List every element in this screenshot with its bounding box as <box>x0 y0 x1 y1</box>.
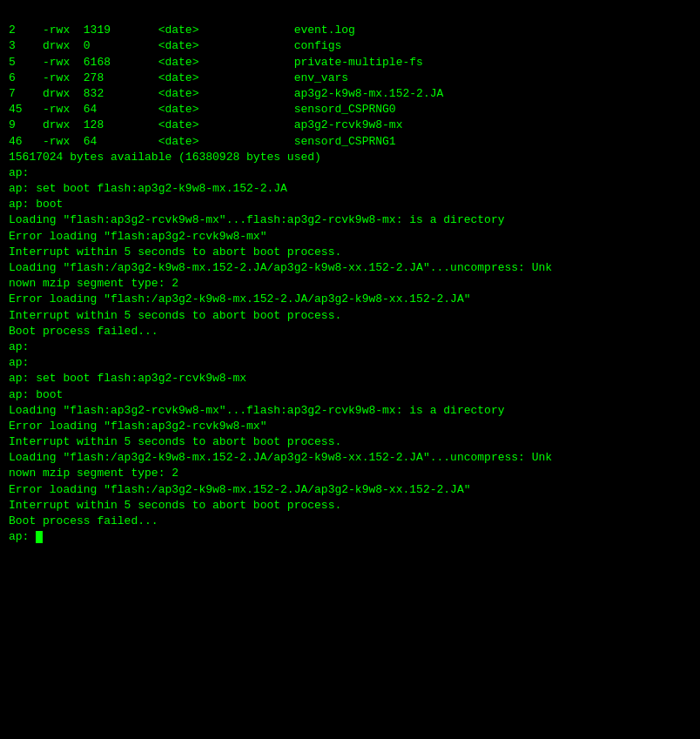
terminal-line: Loading "flash:ap3g2-rcvk9w8-mx"...flash… <box>9 403 691 419</box>
terminal-line: Error loading "flash:/ap3g2-k9w8-mx.152-… <box>9 482 691 498</box>
terminal-line: Error loading "flash:/ap3g2-k9w8-mx.152-… <box>9 292 691 307</box>
terminal-line: Error loading "flash:ap3g2-rcvk9w8-mx" <box>9 229 691 245</box>
terminal-line: 5 -rwx 6168 <date> private-multiple-fs <box>9 55 691 71</box>
terminal-line: ap: <box>9 355 691 371</box>
terminal-line: 6 -rwx 278 <date> env_vars <box>9 71 691 86</box>
terminal-line: ap: <box>9 165 691 181</box>
terminal-line: Boot process failed... <box>9 324 691 339</box>
terminal-line: nown mzip segment type: 2 <box>9 466 691 481</box>
terminal-line: ap: set boot flash:ap3g2-k9w8-mx.152-2.J… <box>9 181 691 197</box>
terminal-line: ap: boot <box>9 387 691 403</box>
terminal-line: 46 -rwx 64 <date> sensord_CSPRNG1 <box>9 134 691 150</box>
terminal-line: 45 -rwx 64 <date> sensord_CSPRNG0 <box>9 102 691 118</box>
terminal-line: 15617024 bytes available (16380928 bytes… <box>9 150 691 165</box>
terminal-line: ap: <box>9 339 691 355</box>
terminal-line: Boot process failed... <box>9 514 691 529</box>
terminal-line: Interrupt within 5 seconds to abort boot… <box>9 308 691 324</box>
terminal-line: Error loading "flash:ap3g2-rcvk9w8-mx" <box>9 419 691 434</box>
terminal-line: 9 drwx 128 <date> ap3g2-rcvk9w8-mx <box>9 118 691 133</box>
terminal-cursor <box>36 531 43 543</box>
terminal-line: nown mzip segment type: 2 <box>9 276 691 292</box>
terminal-output: 2 -rwx 1319 <date> event.log3 drwx 0 <da… <box>9 7 691 545</box>
terminal-line: Interrupt within 5 seconds to abort boot… <box>9 434 691 450</box>
terminal-line: ap: <box>9 529 691 545</box>
terminal-line: ap: set boot flash:ap3g2-rcvk9w8-mx <box>9 371 691 386</box>
terminal-line: Loading "flash:ap3g2-rcvk9w8-mx"...flash… <box>9 212 691 228</box>
terminal-line: 3 drwx 0 <date> configs <box>9 38 691 54</box>
terminal-line: Interrupt within 5 seconds to abort boot… <box>9 245 691 260</box>
terminal-line: ap: boot <box>9 197 691 212</box>
terminal-line: Interrupt within 5 seconds to abort boot… <box>9 498 691 514</box>
terminal-line: 7 drwx 832 <date> ap3g2-k9w8-mx.152-2.JA <box>9 86 691 102</box>
terminal-line: Loading "flash:/ap3g2-k9w8-mx.152-2.JA/a… <box>9 260 691 276</box>
terminal-line: Loading "flash:/ap3g2-k9w8-mx.152-2.JA/a… <box>9 450 691 466</box>
terminal-line: 2 -rwx 1319 <date> event.log <box>9 23 691 38</box>
